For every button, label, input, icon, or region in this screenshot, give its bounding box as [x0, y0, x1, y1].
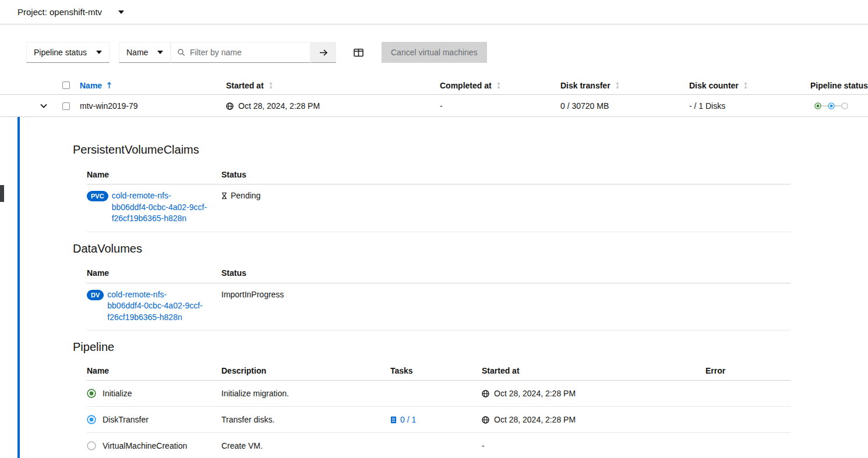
column-header-name[interactable]: Name: [80, 76, 112, 95]
globe-icon: [482, 416, 489, 424]
name-filter-group: [171, 42, 310, 63]
step-description: Initialize migration.: [221, 389, 390, 398]
dv-col-name: Name: [87, 268, 221, 278]
step-started-at: Oct 28, 2024, 2:28 PM: [482, 415, 705, 424]
step-running-icon: [87, 415, 96, 424]
vm-expanded-details: PersistentVolumeClaims Name Status PVC c…: [17, 117, 868, 458]
pvc-col-status: Status: [221, 170, 791, 179]
dv-section-title: DataVolumes: [73, 242, 868, 255]
dv-table-header: Name Status: [87, 264, 791, 283]
dv-table: Name Status DV cold-remote-nfs- bb06ddf4…: [87, 264, 791, 331]
vm-name-cell: mtv-win2019-79: [80, 95, 138, 117]
step-started-at: -: [482, 441, 705, 450]
column-header-disk-transfer[interactable]: Disk transfer: [560, 76, 620, 95]
pipeline-row-disktransfer: DiskTransfer Transfer disks. 0 / 1 Oct 2: [87, 407, 791, 433]
dv-status-cell: ImportInProgress: [221, 289, 791, 299]
step-connector: [821, 105, 828, 106]
column-header-started-at[interactable]: Started at: [226, 76, 273, 95]
row-select-cell: [62, 95, 70, 117]
expand-cell: [36, 95, 51, 117]
pvc-table: Name Status PVC cold-remote-nfs- bb06ddf…: [87, 165, 791, 232]
chevron-down-icon: [40, 104, 47, 108]
column-header-completed-at[interactable]: Completed at: [440, 76, 501, 95]
row-expand-toggle[interactable]: [38, 101, 50, 111]
globe-icon: [226, 102, 234, 110]
vm-completed-at-cell: -: [440, 95, 443, 117]
vm-disk-transfer-cell: 0 / 30720 MB: [560, 95, 609, 117]
sort-both-icon: [615, 81, 620, 90]
pipeline-table: Name Description Tasks Started at Error …: [87, 361, 791, 458]
virtual-machines-table: Name Started at Completed at Disk transf…: [0, 76, 868, 117]
filter-attribute-value: Name: [126, 48, 148, 57]
step-started-at: Oct 28, 2024, 2:28 PM: [482, 389, 705, 398]
search-icon: [177, 48, 185, 56]
hourglass-icon: [221, 192, 227, 200]
sort-both-icon: [496, 81, 501, 90]
step-pending-icon: [841, 102, 848, 109]
project-selector[interactable]: Project: openshift-mtv: [17, 0, 124, 24]
left-edge-artifact: [0, 185, 4, 202]
column-header-pipeline-status: Pipeline status: [810, 76, 868, 95]
dv-col-status: Status: [221, 268, 791, 278]
vm-disk-counter-cell: - / 1 Disks: [689, 95, 725, 117]
pipeline-section: Pipeline Name Description Tasks Started …: [20, 340, 868, 458]
pvc-row: PVC cold-remote-nfs- bb06ddf4-0cbc-4a02-…: [87, 184, 791, 232]
sort-both-icon: [269, 81, 273, 90]
globe-icon: [482, 390, 489, 397]
migration-vm-list-page: Project: openshift-mtv Pipeline status N…: [0, 0, 868, 458]
vm-row-mtv-win2019-79: mtv-win2019-79 Oct 28, 2024, 2:28 PM - 0…: [0, 95, 868, 117]
step-success-icon: [87, 389, 96, 398]
filter-category-value: Pipeline status: [34, 48, 87, 57]
sort-both-icon: [743, 81, 748, 90]
caret-down-icon: [96, 51, 102, 54]
arrow-right-icon: [319, 49, 328, 56]
filter-category-dropdown[interactable]: Pipeline status: [26, 42, 110, 63]
pvc-status-cell: Pending: [221, 190, 791, 200]
sort-ascending-icon: [107, 81, 112, 89]
dv-section: DataVolumes Name Status DV cold-remote-n…: [20, 242, 868, 331]
select-all-cell: [62, 76, 70, 95]
task-list-icon: [390, 416, 397, 424]
caret-down-icon: [157, 51, 163, 54]
pvc-col-name: Name: [87, 170, 221, 179]
search-submit-button[interactable]: [310, 42, 336, 63]
select-all-checkbox[interactable]: [62, 81, 70, 89]
cancel-virtual-machines-button[interactable]: Cancel virtual machines: [382, 42, 487, 63]
pvc-table-header: Name Status: [87, 165, 791, 184]
step-pending-icon: [87, 441, 96, 450]
step-tasks-link[interactable]: 0 / 1: [390, 415, 482, 424]
pvc-name-link[interactable]: cold-remote-nfs- bb06ddf4-0cbc-4a02-9ccf…: [112, 190, 216, 225]
step-running-icon: [828, 102, 835, 109]
toolbar: Pipeline status Name Ca: [0, 42, 868, 63]
manage-columns-button[interactable]: [347, 42, 369, 63]
columns-icon: [354, 48, 364, 57]
dv-name-link[interactable]: cold-remote-nfs- bb06ddf4-0cbc-4a02-9ccf…: [107, 289, 211, 324]
pvc-section-title: PersistentVolumeClaims: [73, 143, 868, 157]
step-description: Transfer disks.: [221, 415, 390, 424]
search-input[interactable]: [190, 48, 304, 57]
caret-down-icon: [118, 10, 124, 14]
pipeline-status-indicator: [814, 102, 848, 109]
pipeline-section-title: Pipeline: [73, 340, 868, 354]
table-header-row: Name Started at Completed at Disk transf…: [0, 76, 868, 95]
pvc-badge: PVC: [87, 191, 108, 201]
step-connector: [835, 105, 841, 106]
pipeline-table-header: Name Description Tasks Started at Error: [87, 361, 791, 381]
vm-started-at-cell: Oct 28, 2024, 2:28 PM: [226, 95, 320, 117]
project-selector-label: Project: openshift-mtv: [17, 7, 102, 17]
step-description: Create VM.: [221, 441, 390, 450]
dv-badge: DV: [87, 290, 104, 300]
project-bar: Project: openshift-mtv: [0, 0, 868, 24]
column-header-disk-counter[interactable]: Disk counter: [689, 76, 748, 95]
pipeline-row-virtualmachinecreation: VirtualMachineCreation Create VM. -: [87, 433, 791, 458]
dv-row: DV cold-remote-nfs- bb06ddf4-0cbc-4a02-9…: [87, 283, 791, 331]
pvc-section: PersistentVolumeClaims Name Status PVC c…: [20, 143, 868, 232]
row-checkbox[interactable]: [62, 102, 70, 110]
pipeline-row-initialize: Initialize Initialize migration. Oct 28,…: [87, 381, 791, 407]
filter-attribute-dropdown[interactable]: Name: [119, 42, 171, 63]
vm-pipeline-status-cell: [814, 95, 848, 117]
step-success-icon: [814, 102, 821, 109]
